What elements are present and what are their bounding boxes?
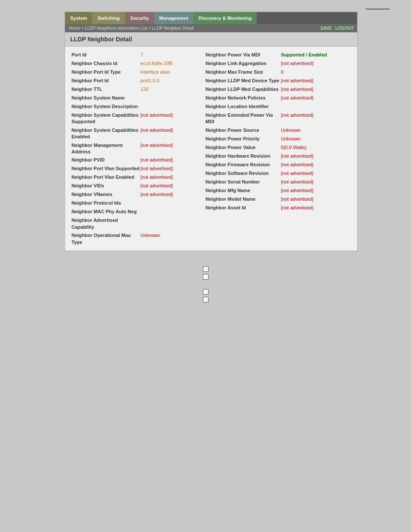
right-field-label-8: Neighbor Power Source [206,127,281,134]
right-field-row-14: Neighbor Serial Number[not advertised] [206,178,351,187]
content-area: Port Id7Neighbor Chassis Ideccd.6d9e.33f… [65,47,357,251]
right-field-label-3: Neighbor LLDP Med Device Type [206,78,281,84]
left-field-value-10: [not advertised] [140,157,202,164]
left-field-label-17: Neighbor Advertised Capability [72,217,140,230]
left-field-label-18: Neighbor Operational Mau Type [72,232,140,246]
left-field-row-12: Neighbor Port Vlan Enabled[not advertise… [72,173,202,182]
top-bar-line [366,9,389,9]
page-wrapper: System Switching Security Management Dis… [0,0,411,532]
left-field-row-6: Neighbor System Description [72,103,202,111]
left-field-label-6: Neighbor System Description [72,103,140,110]
left-field-value-2: Interface alias [140,69,202,76]
right-field-value-15: [not advertised] [281,187,351,194]
left-field-label-5: Neighbor System Name [72,95,140,102]
left-field-value-0: 7 [140,52,202,59]
detail-columns: Port Id7Neighbor Chassis Ideccd.6d9e.33f… [72,51,351,246]
left-field-value-7: [not advertised] [140,112,202,125]
left-field-row-14: Neighbor VNames[not advertised] [72,190,202,199]
right-field-row-13: Neighbor Software Revision[not advertise… [206,169,351,178]
right-field-row-11: Neighbor Hardware Revision[not advertise… [206,152,351,161]
left-field-label-3: Neighbor Port Id [72,78,140,84]
left-field-row-17: Neighbor Advertised Capability [72,216,202,231]
left-field-value-9: [not advertised] [140,142,202,156]
left-field-row-11: Neighbor Port Vlan Supported[not adverti… [72,165,202,173]
nav-bar: System Switching Security Management Dis… [65,12,357,24]
left-field-value-13: [not advertised] [140,183,202,190]
left-field-label-14: Neighbor VNames [72,191,140,198]
right-field-value-6 [281,103,351,110]
nav-system[interactable]: System [65,12,92,24]
right-field-value-5: [not advertised] [281,95,351,102]
left-field-value-8: [not advertised] [140,127,202,140]
left-field-value-15 [140,200,202,207]
left-field-label-9: Neighbor Management Address [72,142,140,156]
left-field-row-0: Port Id7 [72,51,202,59]
right-field-label-12: Neighbor Firmware Revision [206,162,281,168]
nav-management[interactable]: Management [154,12,193,24]
left-field-label-0: Port Id [72,52,140,59]
logout-link[interactable]: LOGOUT [335,26,354,31]
left-field-value-18: Unknown [140,232,202,246]
left-column: Port Id7Neighbor Chassis Ideccd.6d9e.33f… [72,51,206,246]
left-field-row-1: Neighbor Chassis Ideccd.6d9e.33f5 [72,59,202,68]
left-field-label-10: Neighbor PVID [72,157,140,164]
breadcrumb-bar: Home > LLDP Neighbors Information List >… [65,24,357,32]
right-column: Neighbor Power Via MDISupported / Enable… [206,51,351,246]
right-field-label-5: Neighbor Network Policies [206,95,281,102]
right-field-label-14: Neighbor Serial Number [206,179,281,186]
left-field-value-17 [140,217,202,230]
breadcrumb: Home > LLDP Neighbors Information List >… [68,26,193,31]
left-field-row-5: Neighbor System Name [72,94,202,103]
right-field-value-8: Unknown [281,127,351,134]
right-field-row-16: Neighbor Model Name[not advertised] [206,195,351,204]
right-field-row-5: Neighbor Network Policies[not advertised… [206,94,351,103]
right-field-label-17: Neighbor Asset Id [206,205,281,212]
left-field-label-2: Neighbor Port Id Type [72,69,140,76]
checkbox-group-1 [203,266,209,280]
left-field-value-14: [not advertised] [140,191,202,198]
checkbox-item-1 [203,266,209,272]
right-field-value-16: [not advertised] [281,196,351,203]
right-fields-container: Neighbor Power Via MDISupported / Enable… [206,51,351,212]
left-field-value-4: 120 [140,86,202,93]
left-field-row-4: Neighbor TTL120 [72,85,202,94]
left-field-value-16 [140,208,202,215]
left-field-value-6 [140,103,202,110]
checkbox-item-3 [203,289,209,295]
right-field-row-12: Neighbor Firmware Revision[not advertise… [206,161,351,169]
left-field-value-11: [not advertised] [140,165,202,172]
left-field-value-1: eccd.6d9e.33f5 [140,60,202,67]
nav-discovery[interactable]: Discovery & Monitoring [193,12,257,24]
right-field-row-15: Neighbor Mfg Name[not advertised] [206,187,351,195]
right-field-row-17: Neighbor Asset Id[not advertised] [206,204,351,212]
nav-switching[interactable]: Switching [92,12,125,24]
right-field-row-2: Neighbor Max Frame Size0 [206,68,351,77]
checkbox-2[interactable] [203,274,209,280]
left-fields-container: Port Id7Neighbor Chassis Ideccd.6d9e.33f… [72,51,202,246]
right-field-row-0: Neighbor Power Via MDISupported / Enable… [206,51,351,59]
right-field-label-11: Neighbor Hardware Revision [206,153,281,160]
save-link[interactable]: SAVE [321,26,332,31]
right-field-label-9: Neighbor Power Priority [206,136,281,143]
right-field-row-7: Neighbor Extended Power Via MDI[not adve… [206,111,351,126]
right-field-label-1: Neighbor Link Aggregation [206,60,281,67]
left-field-value-5 [140,95,202,102]
left-field-label-1: Neighbor Chassis Id [72,60,140,67]
right-field-row-6: Neighbor Location Identifier [206,103,351,111]
left-field-value-12: [not advertised] [140,174,202,181]
left-field-label-7: Neighbor System Capabilities Supported [72,112,140,125]
right-field-label-13: Neighbor Software Revision [206,170,281,177]
right-field-value-1: [not advertised] [281,60,351,67]
right-field-row-3: Neighbor LLDP Med Device Type[not advert… [206,77,351,85]
right-field-value-12: [not advertised] [281,162,351,168]
checkbox-4[interactable] [203,297,209,302]
left-field-row-15: Neighbor Protocol Ids [72,199,202,208]
left-field-label-16: Neighbor MAC Phy Auto Neg [72,208,140,215]
nav-security[interactable]: Security [125,12,154,24]
left-field-row-16: Neighbor MAC Phy Auto Neg [72,208,202,216]
checkbox-1[interactable] [203,266,209,272]
checkbox-3[interactable] [203,289,209,295]
left-field-row-2: Neighbor Port Id TypeInterface alias [72,68,202,77]
right-field-label-2: Neighbor Max Frame Size [206,69,281,76]
left-field-row-9: Neighbor Management Address[not advertis… [72,141,202,156]
